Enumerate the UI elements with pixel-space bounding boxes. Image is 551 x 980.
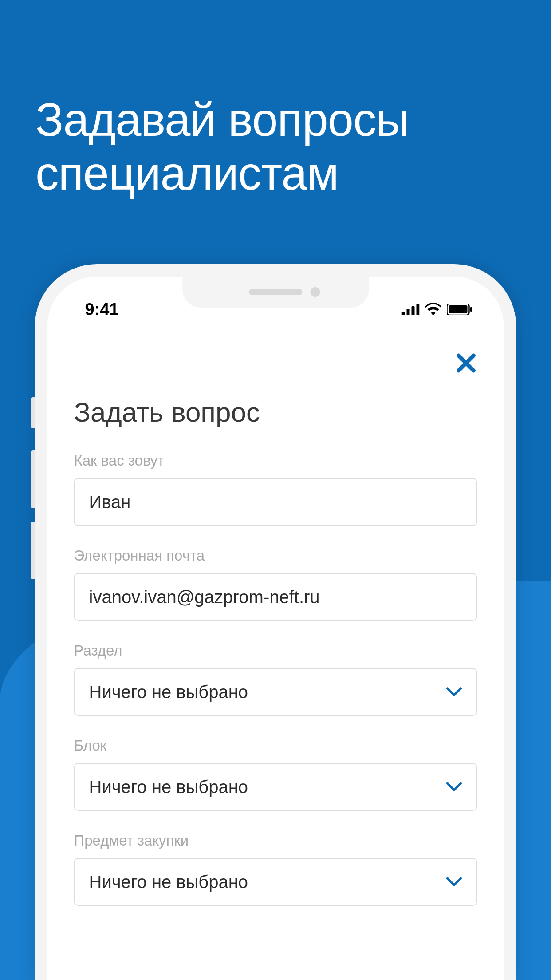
svg-rect-1 [407, 309, 410, 315]
name-label: Как вас зовут [74, 452, 477, 469]
form-group-subject: Предмет закупки Ничего не выбрано [74, 832, 477, 906]
svg-rect-0 [402, 312, 405, 315]
phone-screen: 9:41 Задать вопрос Как вас зовут Электро… [47, 277, 504, 980]
cellular-icon [402, 304, 420, 315]
close-icon [456, 353, 476, 373]
svg-rect-2 [412, 306, 415, 315]
chevron-down-icon [446, 687, 462, 697]
subject-select[interactable]: Ничего не выбрано [74, 858, 477, 906]
phone-notch [182, 277, 369, 308]
phone-frame: 9:41 Задать вопрос Как вас зовут Электро… [35, 264, 516, 980]
phone-side-button [31, 397, 35, 428]
chevron-down-icon [446, 877, 462, 887]
section-select-value: Ничего не выбрано [89, 682, 248, 702]
phone-side-button [31, 522, 35, 579]
section-label: Раздел [74, 642, 477, 659]
email-input[interactable] [74, 573, 477, 621]
section-select[interactable]: Ничего не выбрано [74, 668, 477, 716]
status-icons [402, 303, 473, 316]
close-button[interactable] [455, 352, 477, 374]
phone-speaker [249, 289, 302, 295]
svg-rect-3 [417, 304, 420, 315]
svg-rect-6 [470, 307, 472, 312]
block-select-value: Ничего не выбрано [89, 777, 248, 797]
form-group-email: Электронная почта [74, 547, 477, 621]
promo-title-line2: специалистам [35, 147, 409, 201]
chevron-down-icon [446, 782, 462, 792]
status-time: 9:41 [85, 300, 119, 319]
phone-camera [310, 287, 320, 297]
subject-label: Предмет закупки [74, 832, 477, 849]
name-input[interactable] [74, 478, 477, 526]
battery-icon [447, 304, 473, 315]
promo-title: Задавай вопросы специалистам [35, 93, 409, 201]
form-group-section: Раздел Ничего не выбрано [74, 642, 477, 716]
form-title: Задать вопрос [74, 396, 477, 428]
form-group-block: Блок Ничего не выбрано [74, 737, 477, 811]
form-group-name: Как вас зовут [74, 452, 477, 526]
wifi-icon [425, 303, 442, 316]
email-label: Электронная почта [74, 547, 477, 564]
form-content: Задать вопрос Как вас зовут Электронная … [47, 374, 504, 906]
svg-rect-5 [449, 305, 468, 313]
phone-side-button [31, 450, 35, 508]
block-select[interactable]: Ничего не выбрано [74, 763, 477, 811]
subject-select-value: Ничего не выбрано [89, 872, 248, 892]
block-label: Блок [74, 737, 477, 754]
promo-title-line1: Задавай вопросы [35, 93, 409, 147]
